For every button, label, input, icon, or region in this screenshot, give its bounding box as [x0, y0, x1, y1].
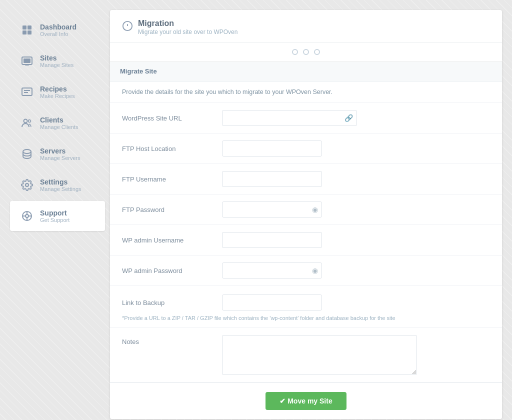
- svg-point-10: [24, 120, 28, 123]
- sidebar-item-support[interactable]: Support Get Support: [10, 201, 105, 231]
- step-dots: [110, 43, 502, 62]
- move-site-button[interactable]: ✔ Move my Site: [266, 392, 346, 410]
- svg-point-15: [26, 214, 28, 218]
- settings-icon: [18, 176, 36, 194]
- sidebar-item-sites[interactable]: Sites Manage Sites: [10, 46, 105, 76]
- sidebar-label-recipes: Recipes: [40, 85, 75, 94]
- clients-icon: [18, 114, 36, 132]
- ftp-host-input[interactable]: [222, 140, 322, 156]
- svg-rect-5: [24, 58, 30, 63]
- svg-rect-2: [22, 30, 26, 34]
- sidebar-label-clients: Clients: [40, 116, 78, 124]
- step-dot-1: [292, 49, 298, 55]
- backup-link-section: Link to Backup *Provide a URL to a ZIP /…: [110, 286, 502, 328]
- form-actions: ✔ Move my Site: [110, 382, 502, 419]
- servers-icon: [18, 145, 36, 163]
- backup-hint-text: *Provide a URL to a ZIP / TAR / GZIP fil…: [122, 315, 396, 321]
- backup-link-label: Link to Backup: [122, 299, 222, 306]
- form-info-text: Provide the details for the site you whi…: [110, 82, 502, 103]
- page-title: Migration: [138, 19, 238, 28]
- migrate-form: Migrate Site Provide the details for the…: [110, 62, 502, 419]
- ftp-host-label: FTP Host Location: [122, 145, 222, 152]
- sidebar-label-servers: Servers: [40, 147, 80, 156]
- notes-textarea[interactable]: [222, 335, 417, 375]
- app-container: Dashboard Overall Info Sites Manage Site…: [10, 10, 502, 419]
- ftp-password-label: FTP Password: [122, 206, 222, 214]
- svg-rect-3: [28, 30, 32, 34]
- form-section-header: Migrate Site: [110, 62, 502, 82]
- wp-admin-password-row: WP admin Password ◉: [110, 256, 502, 286]
- sidebar-item-clients[interactable]: Clients Manage Clients: [10, 108, 105, 138]
- sidebar-label-sites: Sites: [40, 54, 74, 62]
- backup-hint-row: *Provide a URL to a ZIP / TAR / GZIP fil…: [110, 314, 502, 328]
- page-header: Migration Migrate your old site over to …: [110, 10, 502, 43]
- sidebar: Dashboard Overall Info Sites Manage Site…: [10, 10, 105, 419]
- wp-admin-username-input[interactable]: [222, 232, 322, 248]
- ftp-username-label: FTP Username: [122, 176, 222, 183]
- notes-label: Notes: [122, 335, 222, 346]
- sidebar-item-servers[interactable]: Servers Manage Servers: [10, 139, 105, 169]
- svg-point-13: [26, 184, 28, 186]
- svg-point-12: [23, 150, 31, 154]
- sidebar-sublabel-recipes: Make Recipes: [40, 93, 75, 99]
- dashboard-icon: [18, 21, 36, 39]
- svg-point-11: [28, 120, 31, 122]
- notes-row: Notes: [110, 328, 502, 382]
- wp-admin-password-label: WP admin Password: [122, 267, 222, 274]
- svg-rect-7: [22, 88, 32, 96]
- ftp-password-input-wrapper: ◉: [222, 202, 322, 218]
- wordpress-url-input-wrapper: 🔗: [222, 110, 357, 126]
- support-icon: [18, 207, 36, 225]
- migration-icon: [122, 20, 133, 34]
- backup-link-row: Link to Backup: [110, 286, 502, 314]
- svg-rect-0: [22, 26, 26, 30]
- sidebar-sublabel-servers: Manage Servers: [40, 155, 80, 161]
- sidebar-item-settings[interactable]: Settings Manage Settings: [10, 170, 105, 200]
- wp-admin-password-input-wrapper: ◉: [222, 262, 322, 278]
- wp-admin-password-eye-icon[interactable]: ◉: [312, 266, 318, 274]
- step-dot-3: [314, 49, 320, 55]
- ftp-password-row: FTP Password ◉: [110, 194, 502, 225]
- wordpress-url-input[interactable]: [222, 110, 357, 126]
- page-subtitle: Migrate your old site over to WPOven: [138, 28, 238, 36]
- sidebar-sublabel-support: Get Support: [40, 217, 70, 223]
- ftp-username-row: FTP Username: [110, 164, 502, 194]
- sidebar-label-dashboard: Dashboard: [40, 23, 76, 32]
- backup-link-input[interactable]: [222, 294, 322, 310]
- sidebar-sublabel-settings: Manage Settings: [40, 186, 82, 192]
- ftp-username-input[interactable]: [222, 171, 322, 187]
- main-content: Migration Migrate your old site over to …: [110, 10, 502, 419]
- step-dot-2: [303, 49, 309, 55]
- sidebar-sublabel-clients: Manage Clients: [40, 124, 78, 130]
- svg-rect-1: [28, 26, 32, 30]
- ftp-password-input[interactable]: [222, 202, 322, 218]
- sidebar-sublabel-sites: Manage Sites: [40, 62, 74, 68]
- recipes-icon: [18, 83, 36, 101]
- wp-admin-password-input[interactable]: [222, 262, 322, 278]
- sidebar-item-recipes[interactable]: Recipes Make Recipes: [10, 77, 105, 107]
- wordpress-url-label: WordPress Site URL: [122, 114, 222, 122]
- wp-admin-username-row: WP admin Username: [110, 225, 502, 256]
- sidebar-label-support: Support: [40, 209, 70, 218]
- wp-admin-username-label: WP admin Username: [122, 236, 222, 244]
- sidebar-label-settings: Settings: [40, 178, 82, 186]
- wordpress-url-row: WordPress Site URL 🔗: [110, 103, 502, 134]
- sidebar-item-dashboard[interactable]: Dashboard Overall Info: [10, 15, 105, 45]
- url-link-icon: 🔗: [344, 114, 353, 122]
- sidebar-sublabel-dashboard: Overall Info: [40, 31, 76, 37]
- svg-rect-6: [25, 64, 29, 66]
- sites-icon: [18, 52, 36, 70]
- ftp-password-eye-icon[interactable]: ◉: [312, 206, 318, 214]
- ftp-host-row: FTP Host Location: [110, 134, 502, 164]
